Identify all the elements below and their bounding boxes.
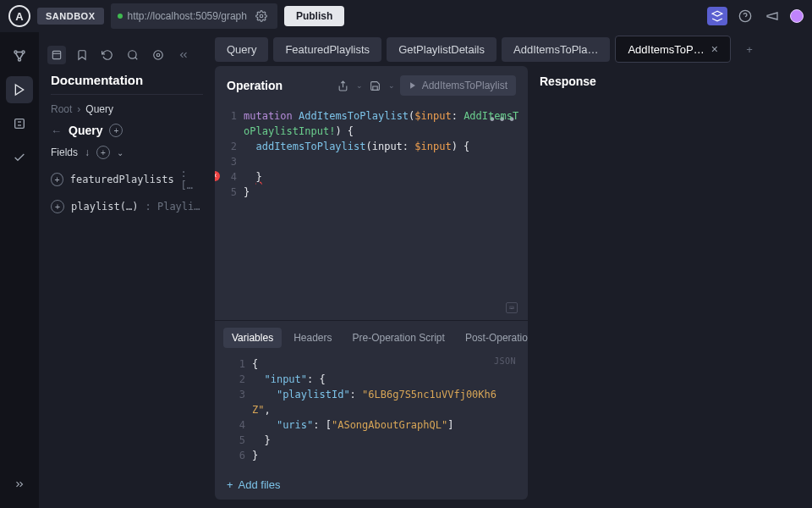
sandbox-badge: SANDBOX bbox=[37, 8, 104, 25]
close-tab-icon[interactable]: × bbox=[711, 42, 718, 56]
add-files-label: Add files bbox=[239, 478, 281, 491]
operation-subtabs: Variables Headers Pre-Operation Script P… bbox=[215, 320, 528, 353]
svg-rect-14 bbox=[52, 51, 60, 58]
back-arrow-icon[interactable]: ← bbox=[51, 124, 62, 137]
code-line: 3 "playlistId": "6LB6g7S5nc1uVVfj00Kh6Z"… bbox=[223, 387, 519, 417]
code-line: 3 bbox=[215, 154, 528, 169]
operation-tab[interactable]: FeaturedPlaylists bbox=[273, 37, 381, 62]
save-chevron-icon[interactable]: ⌄ bbox=[388, 81, 395, 90]
code-line: ×4 } bbox=[215, 169, 528, 185]
breadcrumb-current: Query bbox=[85, 103, 113, 115]
settings-icon[interactable] bbox=[149, 46, 167, 64]
operation-tab[interactable]: AddItemsToP…× bbox=[615, 36, 731, 63]
subtab-variables[interactable]: Variables bbox=[223, 328, 282, 348]
svg-marker-1 bbox=[712, 11, 722, 16]
announcements-icon[interactable] bbox=[763, 7, 782, 25]
svg-point-19 bbox=[154, 51, 163, 60]
sort-icon[interactable]: ↓ bbox=[85, 146, 90, 158]
svg-point-6 bbox=[19, 58, 21, 61]
fields-heading: Fields bbox=[51, 146, 78, 158]
publish-button[interactable]: Publish bbox=[284, 6, 344, 26]
add-files-button[interactable]: + Add files bbox=[215, 470, 528, 500]
breadcrumb: Root › Query bbox=[51, 103, 203, 115]
svg-line-7 bbox=[16, 53, 19, 58]
code-line: 2 "input": { bbox=[223, 372, 519, 387]
keyboard-shortcut-icon: ⌨ bbox=[506, 302, 518, 313]
operation-tabs: QueryFeaturedPlaylistsGetPlaylistDetails… bbox=[215, 32, 812, 63]
field-name: featuredPlaylists bbox=[70, 174, 174, 185]
operation-panel: Operation ⌄ ⌄ AddItemsToPlaylist ••• bbox=[215, 66, 528, 500]
rail-graph-icon[interactable] bbox=[6, 42, 33, 69]
error-marker-icon: × bbox=[215, 171, 220, 181]
subtab-postop[interactable]: Post-Operation S bbox=[457, 328, 528, 348]
svg-point-5 bbox=[22, 51, 25, 53]
field-type: : Playli… bbox=[145, 201, 200, 213]
breadcrumb-root[interactable]: Root bbox=[51, 103, 72, 115]
operation-tab[interactable]: AddItemsToPla… bbox=[502, 37, 610, 62]
operation-tab[interactable]: Query bbox=[215, 37, 268, 62]
fields-menu-chevron-icon[interactable]: ⌄ bbox=[117, 148, 123, 157]
code-line: 2 addItemsToPlaylist(input: $input) { bbox=[215, 139, 528, 154]
doc-panel-title: Documentation bbox=[51, 73, 143, 87]
code-line: 4 "uris": ["ASongAboutGraphQL"] bbox=[223, 417, 519, 433]
svg-point-0 bbox=[260, 14, 263, 18]
run-operation-button[interactable]: AddItemsToPlaylist bbox=[400, 75, 516, 96]
response-panel: Response bbox=[540, 63, 800, 500]
svg-marker-10 bbox=[15, 85, 23, 95]
add-field-icon[interactable]: + bbox=[96, 146, 110, 159]
field-entry[interactable]: + featuredPlaylists: [… bbox=[51, 168, 203, 191]
svg-point-18 bbox=[156, 53, 160, 57]
field-name: playlist(…) bbox=[71, 201, 138, 213]
type-name: Query bbox=[69, 124, 102, 137]
add-field-instance-icon[interactable]: + bbox=[51, 173, 63, 186]
collapse-panel-icon[interactable] bbox=[174, 46, 193, 64]
user-avatar[interactable] bbox=[790, 9, 804, 23]
code-line: 5 } bbox=[223, 433, 519, 448]
svg-line-8 bbox=[20, 53, 24, 58]
add-field-instance-icon[interactable]: + bbox=[51, 200, 64, 213]
field-entry[interactable]: + playlist(…): Playli… bbox=[51, 200, 203, 213]
field-type: : [… bbox=[181, 168, 203, 191]
endpoint-url-bar[interactable]: http://localhost:5059/graph bbox=[111, 3, 277, 29]
code-line: 6} bbox=[223, 448, 519, 463]
svg-line-17 bbox=[135, 58, 138, 60]
svg-rect-11 bbox=[15, 119, 25, 129]
help-icon[interactable] bbox=[736, 7, 754, 25]
variables-editor[interactable]: JSON 1{2 "input": {3 "playlistId": "6LB6… bbox=[215, 353, 528, 470]
add-tab-button[interactable]: + bbox=[736, 43, 756, 56]
operation-title: Operation bbox=[227, 79, 283, 92]
share-icon[interactable] bbox=[336, 78, 351, 93]
apollo-logo[interactable]: A bbox=[8, 5, 30, 27]
svg-point-16 bbox=[129, 51, 136, 58]
settings-gear-icon[interactable] bbox=[252, 7, 271, 25]
endpoint-url-text: http://localhost:5059/graph bbox=[128, 10, 247, 22]
documentation-panel: Documentation Root › Query ← Query + Fie… bbox=[39, 32, 215, 508]
left-rail bbox=[0, 32, 39, 508]
bookmark-icon[interactable] bbox=[73, 46, 91, 64]
status-dot-icon bbox=[118, 14, 123, 19]
run-button-label: AddItemsToPlaylist bbox=[422, 80, 508, 91]
rail-checks-icon[interactable] bbox=[6, 144, 33, 171]
history-icon[interactable] bbox=[98, 46, 117, 64]
response-title: Response bbox=[540, 75, 800, 88]
search-icon[interactable] bbox=[123, 46, 142, 64]
subtab-preop[interactable]: Pre-Operation Script bbox=[344, 328, 453, 348]
save-icon[interactable] bbox=[368, 78, 383, 93]
add-type-icon[interactable]: + bbox=[109, 124, 123, 137]
rail-diff-icon[interactable] bbox=[6, 110, 33, 137]
code-line: 1mutation AddItemsToPlaylist($input: Add… bbox=[215, 108, 528, 139]
code-line: 5} bbox=[215, 185, 528, 200]
share-chevron-icon[interactable]: ⌄ bbox=[356, 81, 363, 90]
svg-marker-21 bbox=[410, 82, 415, 89]
plus-icon: + bbox=[227, 478, 233, 491]
rail-expand-icon[interactable] bbox=[6, 471, 33, 498]
router-badge-icon[interactable] bbox=[707, 7, 727, 25]
code-line: 1{ bbox=[223, 356, 519, 372]
doc-view-icon[interactable] bbox=[47, 46, 66, 64]
operation-tab[interactable]: GetPlaylistDetails bbox=[387, 37, 497, 62]
operation-editor[interactable]: ••• 1mutation AddItemsToPlaylist($input:… bbox=[215, 105, 528, 320]
rail-explorer-icon[interactable] bbox=[6, 76, 33, 103]
subtab-headers[interactable]: Headers bbox=[285, 328, 340, 348]
svg-point-4 bbox=[14, 51, 17, 53]
